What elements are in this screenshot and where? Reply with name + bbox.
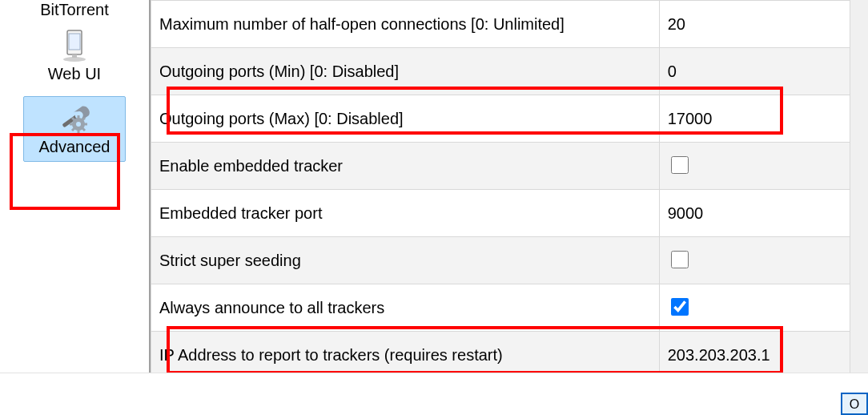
half-open-connections-input[interactable] [668,13,842,35]
svg-line-11 [72,118,74,120]
setting-label: Enable embedded tracker [151,143,660,190]
advanced-settings-table: Maximum number of half-open connections … [151,0,850,379]
svg-line-14 [82,118,85,120]
setting-label: Outgoing ports (Max) [0: Disabled] [151,95,660,143]
sidebar-item-label: BitTorrent [40,0,109,19]
dialog-bottom-bar [0,373,868,394]
embedded-tracker-port-input[interactable] [668,202,842,224]
vertical-scrollbar[interactable] [850,0,868,373]
svg-rect-1 [69,34,80,50]
sidebar-item-label: Web UI [48,64,101,83]
setting-label: Maximum number of half-open connections … [151,1,660,48]
always-announce-all-trackers-checkbox[interactable] [671,298,689,316]
settings-sidebar: BitTorrent Web UI [0,0,151,373]
ip-report-to-trackers-input[interactable] [668,344,842,366]
web-ui-icon [56,27,93,64]
svg-rect-3 [72,54,77,58]
setting-label: Embedded tracker port [151,190,660,237]
svg-line-13 [72,128,74,131]
sidebar-item-web-ui[interactable]: Web UI [23,26,126,87]
setting-label: Strict super seeding [151,237,660,284]
outgoing-ports-min-input[interactable] [668,60,842,83]
outgoing-ports-max-input[interactable] [668,107,842,130]
sidebar-item-advanced[interactable]: Advanced [23,96,126,162]
advanced-icon [56,100,93,137]
setting-label: IP Address to report to trackers (requir… [151,332,660,379]
svg-line-12 [82,128,85,131]
enable-embedded-tracker-checkbox[interactable] [671,156,689,174]
sidebar-item-label: Advanced [39,137,111,156]
sidebar-item-bittorrent[interactable]: BitTorrent [23,0,126,22]
setting-label: Always announce to all trackers [151,284,660,332]
setting-label: Outgoing ports (Min) [0: Disabled] [151,48,660,95]
strict-super-seeding-checkbox[interactable] [671,251,689,268]
svg-point-15 [76,122,81,127]
ok-button[interactable]: O [841,393,868,415]
